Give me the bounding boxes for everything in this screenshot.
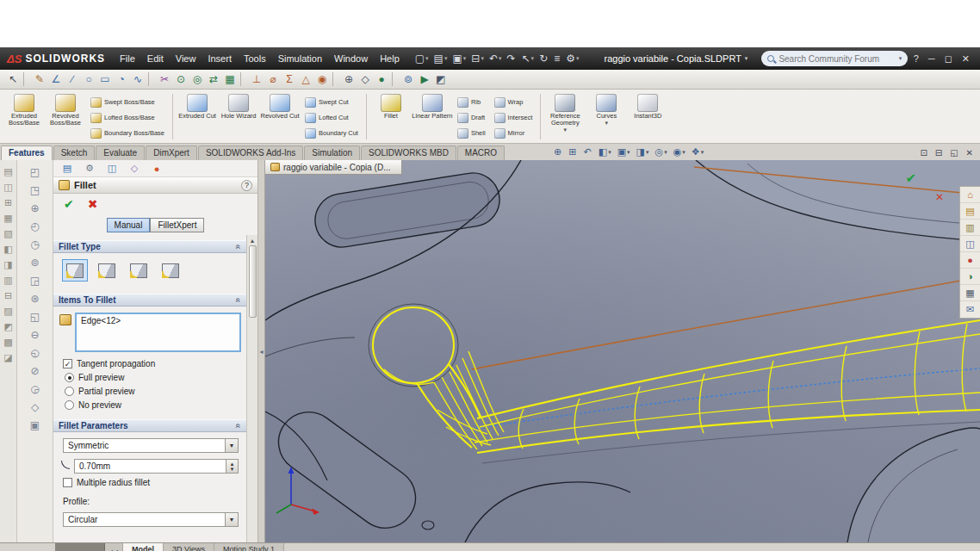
section-properties-icon[interactable]: △	[298, 71, 313, 87]
side-dock-icon[interactable]: ▧	[3, 229, 12, 238]
scenes-icon[interactable]: ◑	[960, 269, 980, 285]
viewport-restore-icon[interactable]: ◱	[950, 148, 958, 158]
view-orientation-icon[interactable]: ◇	[357, 71, 373, 87]
viewport-close-icon[interactable]: ✕	[966, 148, 973, 158]
lofted-boss-base-button[interactable]: Lofted Boss/Base	[86, 110, 169, 126]
separator[interactable]	[332, 72, 338, 86]
boundary-boss-base-button[interactable]: Boundary Boss/Base	[86, 126, 169, 141]
side-toolbar-icon[interactable]: ⊖	[27, 327, 44, 342]
side-dock-icon[interactable]: ▥	[3, 276, 12, 285]
edit-appearance-icon[interactable]: ◉ ▾	[673, 146, 685, 158]
spell-check-icon[interactable]: ✎	[32, 71, 47, 87]
swept-cut-button[interactable]: Swept Cut	[301, 95, 363, 110]
arc-icon[interactable]: ◔	[114, 71, 129, 87]
reference-geometry-button[interactable]: Reference Geometry ▾	[544, 91, 586, 142]
convert-entities-icon[interactable]: ⊙	[173, 71, 189, 87]
tangent-propagation-option[interactable]: Tangent propagation	[53, 355, 246, 370]
measure-icon[interactable]: ⌀	[265, 71, 281, 87]
side-dock-icon[interactable]: ⊟	[4, 291, 12, 300]
collapse-chevron-icon[interactable]: «	[234, 298, 244, 303]
full-preview-radio[interactable]: Full preview	[53, 370, 246, 384]
simulation-advisor-icon[interactable]: ⊚	[400, 71, 416, 87]
intersect-button[interactable]: Intersect	[490, 110, 537, 126]
zoom-area-icon[interactable]: ⊞	[568, 146, 577, 158]
panel-splitter[interactable]: ◂	[258, 160, 265, 542]
swept-boss-base-button[interactable]: Swept Boss/Base	[86, 95, 169, 110]
wrap-button[interactable]: Wrap	[490, 95, 537, 110]
tab-simulation[interactable]: Simulation	[304, 145, 360, 160]
3d-views-tab[interactable]: 3D Views	[164, 543, 214, 551]
side-toolbar-icon[interactable]: ◳	[27, 183, 44, 197]
community-search[interactable]: ▾	[761, 51, 908, 66]
previous-view-icon[interactable]: ↶	[584, 146, 592, 158]
document-title[interactable]: raggio variabile - Copia.SLDPRT ▾	[604, 53, 747, 64]
shell-button[interactable]: Shell	[453, 126, 490, 141]
forum-icon[interactable]: ✉	[960, 301, 980, 318]
side-dock-icon[interactable]: ▩	[3, 337, 12, 347]
search-input[interactable]	[778, 54, 894, 64]
partial-preview-radio[interactable]: Partial preview	[53, 384, 246, 398]
configurationmanager-tab[interactable]: ◫	[102, 161, 122, 176]
appearances-icon[interactable]: ●	[960, 252, 980, 269]
print-icon[interactable]: ⊟ ▾	[468, 52, 487, 65]
minimize-button[interactable]: ─	[928, 53, 935, 65]
mirror-entities-icon[interactable]: ⇄	[206, 71, 221, 87]
selection-listbox[interactable]: Edge<12>	[75, 313, 241, 352]
boundary-cut-button[interactable]: Boundary Cut	[301, 126, 363, 141]
separator[interactable]	[240, 72, 246, 86]
tab-scroll-arrows[interactable]: ◂◂	[105, 543, 123, 551]
menu-help[interactable]: Help	[374, 52, 406, 65]
side-dock-icon[interactable]: ▤	[3, 167, 12, 176]
tab-features[interactable]: Features	[1, 145, 53, 160]
motion-study-1-tab[interactable]: Motion Study 1	[214, 543, 284, 551]
save-icon[interactable]: ▣ ▾	[450, 52, 468, 65]
side-toolbar-icon[interactable]: ◇	[27, 399, 44, 414]
featuremanager-tree-tab[interactable]: ▤	[57, 161, 78, 176]
model-tab[interactable]: Model	[123, 543, 164, 551]
viewport-minimize-icon[interactable]: ⊟	[935, 148, 942, 158]
confirmation-corner-ok-icon[interactable]: ✔	[905, 170, 916, 186]
side-toolbar-icon[interactable]: ◷	[27, 237, 44, 251]
symmetry-select[interactable]: Symmetric ▼	[63, 438, 239, 453]
rib-button[interactable]: Rib	[453, 95, 490, 110]
display-relations-icon[interactable]: ⊥	[249, 71, 264, 87]
chevron-down-icon[interactable]: ▼	[225, 439, 238, 452]
no-preview-radio[interactable]: No preview	[53, 398, 246, 412]
menu-simulation[interactable]: Simulation	[272, 52, 328, 65]
side-toolbar-icon[interactable]: ⊘	[27, 363, 44, 378]
displaymanager-tab[interactable]: ●	[146, 161, 167, 176]
fillet-parameters-section-header[interactable]: Fillet Parameters «	[53, 419, 246, 432]
section-view-icon[interactable]: ◧ ▾	[599, 146, 611, 158]
tab-solidworks-mbd[interactable]: SOLIDWORKS MBD	[361, 145, 456, 160]
items-to-fillet-section-header[interactable]: Items To Fillet «	[53, 294, 246, 306]
radius-spinner[interactable]: ▲▼	[226, 459, 239, 474]
mirror-button[interactable]: Mirror	[490, 126, 537, 141]
appearance-icon[interactable]: ●	[374, 71, 389, 87]
radius-input[interactable]	[74, 459, 226, 474]
graphics-viewport[interactable]: raggio variabile - Copia (D... ✔ ✕ ⌂▤▥◫●…	[265, 160, 980, 542]
profile-select[interactable]: Circular ▼	[63, 512, 239, 527]
tab-dimxpert[interactable]: DimXpert	[146, 145, 197, 160]
scroll-left-end-icon[interactable]: ◂	[115, 548, 118, 551]
scroll-left-icon[interactable]: ◂	[109, 548, 113, 551]
linear-pattern-button[interactable]: Linear Pattern	[412, 91, 453, 142]
circle-icon[interactable]: ○	[81, 71, 96, 87]
side-toolbar-icon[interactable]: ⊕	[27, 201, 44, 215]
confirmation-corner-cancel-icon[interactable]: ✕	[935, 191, 944, 203]
document-window-tab[interactable]: raggio variabile - Copia (D...	[265, 160, 402, 175]
draft-button[interactable]: Draft	[453, 110, 490, 126]
line-icon[interactable]: ∕	[65, 71, 80, 87]
variable-size-fillet-option[interactable]	[94, 259, 120, 282]
side-toolbar-icon[interactable]: ◶	[27, 381, 44, 396]
spline-icon[interactable]: ∿	[130, 71, 146, 87]
tab-sketch[interactable]: Sketch	[53, 145, 96, 160]
chevron-down-icon[interactable]: ▼	[225, 513, 238, 526]
side-toolbar-icon[interactable]: ◵	[27, 345, 44, 360]
side-toolbar-icon[interactable]: ▣	[27, 418, 44, 432]
side-toolbar-icon[interactable]: ◰	[27, 164, 44, 179]
side-dock-icon[interactable]: ◪	[3, 353, 12, 362]
side-dock-icon[interactable]: ◫	[3, 183, 12, 192]
sketch-pattern-icon[interactable]: ▦	[222, 71, 238, 87]
select-icon[interactable]: ↖ ▾	[519, 52, 537, 65]
trim-entities-icon[interactable]: ✂	[157, 71, 172, 87]
